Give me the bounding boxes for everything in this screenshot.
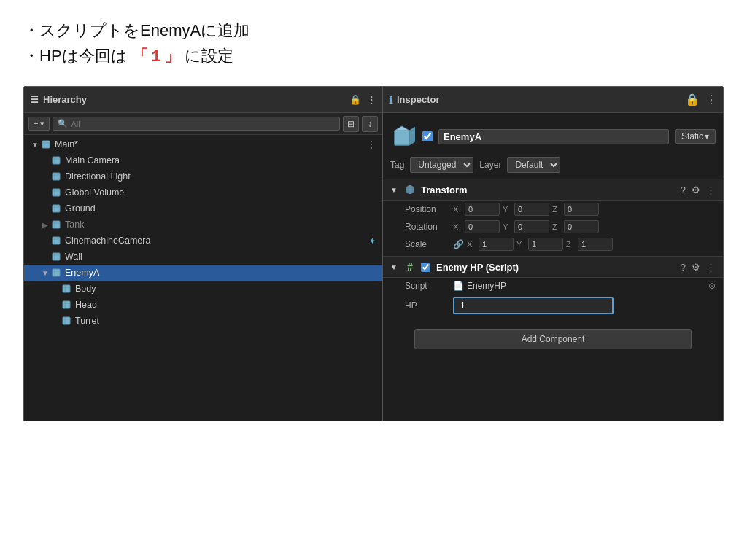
tree-item-tank-label: Tank bbox=[65, 219, 84, 230]
layer-select[interactable]: Default bbox=[507, 157, 560, 173]
add-component-button[interactable]: Add Component bbox=[414, 329, 692, 349]
hierarchy-kebab-icon[interactable]: ⋮ bbox=[367, 94, 376, 105]
inspector-header: ℹ Inspector 🔒 ⋮ bbox=[383, 87, 723, 113]
static-button[interactable]: Static ▾ bbox=[675, 129, 716, 144]
tree-item-global-volume[interactable]: Global Volume bbox=[24, 184, 382, 201]
hierarchy-menu-icon: ☰ bbox=[30, 94, 39, 105]
transform-title: Transform bbox=[421, 184, 676, 195]
rot-y-input[interactable] bbox=[514, 220, 549, 233]
tree-item-main[interactable]: ▼ Main* ⋮ bbox=[24, 136, 382, 152]
enemy-hp-header[interactable]: ▼ # Enemy HP (Script) ? ⚙ ⋮ bbox=[383, 256, 723, 278]
script-property-label: Script bbox=[405, 281, 449, 291]
add-component-row: Add Component bbox=[383, 320, 723, 358]
inspector-kebab-icon[interactable]: ⋮ bbox=[705, 93, 717, 106]
rot-z-label: Z bbox=[552, 222, 561, 231]
transform-header[interactable]: ▼ Transform ? ⚙ ⋮ bbox=[383, 179, 723, 201]
tree-item-ground[interactable]: Ground bbox=[24, 201, 382, 217]
tree-item-main-camera[interactable]: Main Camera bbox=[24, 152, 382, 168]
tree-item-cinemachine-label: CinemachineCamera bbox=[65, 236, 150, 246]
enemy-hp-section: ▼ # Enemy HP (Script) ? ⚙ ⋮ Script 📄 bbox=[383, 256, 723, 317]
tree-item-main-label: Main* bbox=[55, 139, 78, 149]
pos-x-input[interactable] bbox=[465, 203, 500, 216]
annotation-line1: ・スクリプトをEnemyAに追加 bbox=[23, 18, 724, 43]
transform-kebab-icon[interactable]: ⋮ bbox=[706, 184, 716, 195]
scale-y-label: Y bbox=[516, 240, 525, 249]
object-header: Static ▾ bbox=[383, 119, 723, 154]
pos-y-input[interactable] bbox=[514, 203, 549, 216]
sort-button[interactable]: ⊟ bbox=[343, 116, 359, 132]
tree-item-wall[interactable]: Wall bbox=[24, 249, 382, 265]
pos-z-input[interactable] bbox=[564, 203, 599, 216]
svg-rect-24 bbox=[53, 269, 60, 276]
tree-item-body-label: Body bbox=[75, 284, 96, 294]
rot-z-input[interactable] bbox=[564, 220, 599, 233]
tree-item-main-dots[interactable]: ⋮ bbox=[366, 139, 376, 150]
transform-section: ▼ Transform ? ⚙ ⋮ bbox=[383, 179, 723, 253]
cube-icon-directional-light bbox=[50, 171, 62, 182]
scale-link-icon: 🔗 bbox=[453, 239, 464, 249]
search-box: 🔍 bbox=[53, 117, 340, 131]
tree-item-enemy-a-label: EnemyA bbox=[65, 268, 99, 278]
hierarchy-panel: ☰ Hierarchy 🔒 ⋮ + ▾ 🔍 ⊟ ↕ ▼ bbox=[24, 87, 383, 421]
object-name-input[interactable] bbox=[438, 129, 669, 144]
tree-item-enemy-a[interactable]: ▼ EnemyA bbox=[24, 265, 382, 281]
hierarchy-header: ☰ Hierarchy 🔒 ⋮ bbox=[24, 87, 382, 113]
cube-icon-head bbox=[61, 299, 72, 311]
cube-icon-main-camera bbox=[50, 155, 62, 166]
rot-x-label: X bbox=[453, 222, 462, 231]
cube-icon-tank bbox=[50, 219, 62, 230]
hierarchy-lock-icon: 🔒 bbox=[349, 94, 361, 105]
enemy-hp-active-checkbox[interactable] bbox=[421, 262, 430, 272]
tree-item-cinemachine-camera[interactable]: CinemachineCamera ✦ bbox=[24, 233, 382, 249]
enemy-hp-kebab-icon[interactable]: ⋮ bbox=[706, 262, 716, 273]
add-object-button[interactable]: + ▾ bbox=[28, 117, 50, 131]
tree-item-body[interactable]: Body bbox=[24, 281, 382, 297]
svg-rect-0 bbox=[42, 141, 50, 148]
tree-item-directional-light[interactable]: Directional Light bbox=[24, 168, 382, 184]
pos-z-label: Z bbox=[552, 205, 561, 214]
editor-container: ☰ Hierarchy 🔒 ⋮ + ▾ 🔍 ⊟ ↕ ▼ bbox=[23, 86, 724, 421]
rot-y-label: Y bbox=[503, 222, 511, 231]
tree-item-directional-light-label: Directional Light bbox=[65, 171, 131, 182]
scale-y-input[interactable] bbox=[528, 238, 563, 251]
svg-rect-9 bbox=[53, 189, 60, 196]
cube-icon-enemy-a bbox=[50, 267, 62, 279]
scale-z-input[interactable] bbox=[578, 238, 613, 251]
svg-rect-21 bbox=[53, 253, 60, 260]
svg-rect-30 bbox=[63, 301, 70, 308]
hp-row: HP bbox=[383, 294, 723, 317]
tree-item-tank[interactable]: ▶ Tank bbox=[24, 217, 382, 233]
search-input[interactable] bbox=[71, 120, 335, 128]
cube-icon-main bbox=[40, 139, 52, 150]
inspector-panel: ℹ Inspector 🔒 ⋮ bbox=[383, 87, 723, 421]
filter-button[interactable]: ↕ bbox=[362, 116, 378, 132]
svg-rect-33 bbox=[63, 317, 70, 324]
pos-x-label: X bbox=[453, 205, 462, 214]
script-file-icon: 📄 bbox=[453, 281, 464, 291]
script-target-button[interactable]: ⊙ bbox=[708, 281, 716, 291]
script-filename: EnemyHP bbox=[467, 281, 506, 291]
inspector-content: Static ▾ Tag Untagged Layer Default bbox=[383, 113, 723, 421]
object-active-checkbox[interactable] bbox=[422, 131, 433, 141]
enemy-hp-title: Enemy HP (Script) bbox=[436, 262, 676, 273]
enemy-hp-settings-icon[interactable]: ⚙ bbox=[692, 262, 700, 273]
scale-x-input[interactable] bbox=[479, 238, 514, 251]
tag-select[interactable]: Untagged bbox=[410, 157, 473, 173]
rotation-label: Rotation bbox=[405, 222, 449, 232]
tree-item-turret[interactable]: Turret bbox=[24, 313, 382, 329]
cinemachine-extra-icon: ✦ bbox=[368, 236, 376, 246]
transform-settings-icon[interactable]: ⚙ bbox=[692, 184, 700, 195]
transform-help-icon[interactable]: ? bbox=[681, 184, 686, 195]
svg-rect-3 bbox=[53, 157, 60, 164]
tree-item-head[interactable]: Head bbox=[24, 297, 382, 313]
hp-property-label: HP bbox=[405, 300, 449, 311]
annotation-line2: ・HPは今回は 「１」 に設定 bbox=[23, 43, 724, 69]
svg-marker-37 bbox=[395, 126, 409, 131]
cube-icon-cinemachine bbox=[50, 235, 62, 246]
rot-x-input[interactable] bbox=[465, 220, 500, 233]
rotation-row: Rotation X Y Z bbox=[383, 218, 723, 236]
enemy-hp-help-icon[interactable]: ? bbox=[681, 262, 686, 273]
hp-input[interactable] bbox=[453, 297, 614, 314]
tree-item-turret-label: Turret bbox=[75, 316, 99, 326]
inspector-lock-icon: 🔒 bbox=[685, 93, 700, 106]
